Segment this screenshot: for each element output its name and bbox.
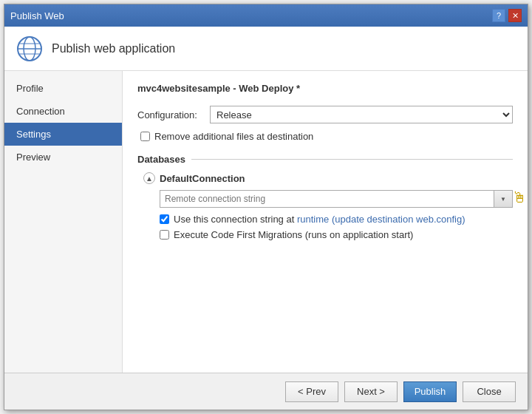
connection-string-dropdown-btn[interactable]: 🖱 <box>494 190 513 208</box>
db-toggle-icon[interactable]: ▲ <box>143 172 155 184</box>
close-button[interactable]: ✕ <box>508 9 522 22</box>
globe-icon <box>16 35 43 62</box>
config-label: Configuration: <box>137 109 204 121</box>
connection-string-input[interactable] <box>160 190 494 208</box>
close-dialog-button[interactable]: Close <box>463 381 516 402</box>
db-section: ▲ DefaultConnection 🖱 Use this connectio… <box>143 172 513 240</box>
page-title: mvc4websitesample - Web Deploy * <box>137 83 513 94</box>
code-first-migrations-label: Execute Code First Migrations (runs on a… <box>174 229 413 240</box>
header-area: Publish web application <box>4 27 528 71</box>
databases-section-title: Databases <box>137 154 513 165</box>
help-button[interactable]: ? <box>492 9 505 22</box>
db-connection-name: DefaultConnection <box>160 173 245 184</box>
section-divider <box>191 159 513 160</box>
publish-web-dialog: Publish Web ? ✕ Publish web application … <box>4 4 528 410</box>
code-first-migrations-checkbox[interactable] <box>160 230 169 240</box>
use-connection-string-label: Use this connection string at runtime (u… <box>174 214 466 225</box>
prev-button[interactable]: < Prev <box>285 381 338 402</box>
use-connection-string-checkbox[interactable] <box>160 214 169 224</box>
main-content: mvc4websitesample - Web Deploy * Configu… <box>123 71 528 373</box>
header-title: Publish web application <box>52 42 175 55</box>
title-bar: Publish Web ? ✕ <box>4 4 528 27</box>
sidebar-item-settings[interactable]: Settings <box>4 123 122 146</box>
remove-files-checkbox[interactable] <box>140 132 150 141</box>
configuration-row: Configuration: Release Debug <box>137 106 513 123</box>
content-area: Profile Connection Settings Preview mvc4… <box>4 71 528 373</box>
db-header: ▲ DefaultConnection <box>143 172 513 184</box>
sidebar-item-preview[interactable]: Preview <box>4 146 122 169</box>
remove-files-row: Remove additional files at destination <box>140 131 513 142</box>
dialog-title: Publish Web <box>10 10 64 21</box>
code-first-migrations-row: Execute Code First Migrations (runs on a… <box>160 229 513 240</box>
footer-area: < Prev Next > Publish Close <box>4 373 528 410</box>
next-button[interactable]: Next > <box>344 381 398 402</box>
title-bar-controls: ? ✕ <box>492 9 522 22</box>
db-input-row: 🖱 <box>160 190 513 208</box>
remove-files-label: Remove additional files at destination <box>154 131 313 142</box>
runtime-link[interactable]: runtime (update destination web.config) <box>297 214 466 225</box>
use-connection-string-row: Use this connection string at runtime (u… <box>160 214 513 225</box>
sidebar: Profile Connection Settings Preview <box>4 71 123 373</box>
publish-button[interactable]: Publish <box>403 381 457 402</box>
sidebar-item-connection[interactable]: Connection <box>4 100 122 123</box>
sidebar-item-profile[interactable]: Profile <box>4 77 122 100</box>
config-select[interactable]: Release Debug <box>210 106 513 123</box>
